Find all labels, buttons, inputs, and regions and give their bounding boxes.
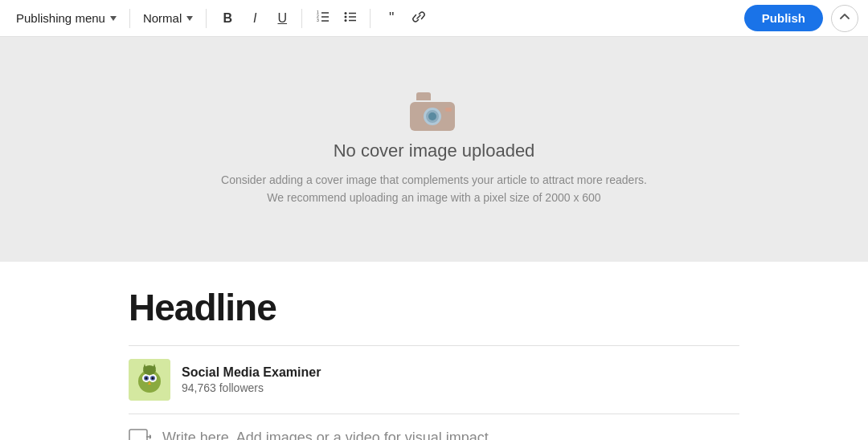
camera-icon [410, 92, 458, 131]
svg-point-8 [345, 19, 347, 22]
ordered-list-button[interactable]: 1 2 3 [310, 6, 336, 31]
cover-area[interactable]: No cover image uploaded Consider adding … [0, 37, 868, 262]
chevron-down-icon-2 [186, 16, 193, 21]
italic-icon: I [253, 11, 256, 26]
cover-description: Consider adding a cover image that compl… [221, 171, 647, 207]
collapse-button[interactable] [831, 5, 858, 32]
toolbar: Publishing menu Normal B I U 1 [0, 0, 868, 37]
svg-point-7 [345, 15, 347, 18]
toolbar-divider-4 [370, 9, 371, 28]
svg-point-6 [345, 12, 347, 14]
author-avatar [129, 359, 170, 401]
unordered-list-button[interactable] [338, 6, 363, 31]
camera-top [416, 92, 431, 100]
svg-point-19 [152, 377, 154, 380]
author-top-divider [129, 345, 739, 346]
toolbar-divider-1 [129, 9, 130, 28]
link-icon [411, 10, 426, 27]
author-info: Social Media Examiner 94,763 followers [182, 365, 321, 394]
article-headline[interactable]: Headline [129, 286, 739, 329]
camera-body [410, 102, 455, 131]
publishing-menu-label: Publishing menu [16, 11, 105, 25]
chevron-down-icon [110, 16, 117, 21]
content-area: Headline Social Media Ex [0, 262, 868, 440]
unordered-list-icon [343, 10, 358, 27]
camera-flash [445, 108, 452, 112]
publish-button[interactable]: Publish [744, 5, 823, 31]
bold-icon: B [223, 11, 232, 26]
cover-desc-line2: We recommend uploading an image with a p… [267, 191, 600, 204]
italic-button[interactable]: I [242, 6, 268, 31]
publish-label: Publish [762, 11, 805, 25]
list-buttons-group: 1 2 3 [310, 6, 363, 31]
write-icon [129, 429, 151, 440]
quote-button[interactable]: " [379, 6, 404, 31]
format-buttons-group: B I U [215, 6, 295, 31]
svg-point-18 [145, 377, 148, 380]
normal-style-dropdown[interactable]: Normal [137, 6, 199, 30]
svg-text:3: 3 [317, 18, 319, 22]
author-bottom-divider [129, 414, 739, 414]
extra-buttons-group: " [379, 6, 432, 31]
quote-icon: " [389, 10, 394, 26]
camera-lens-inner [428, 112, 436, 120]
cover-title: No cover image uploaded [334, 141, 535, 161]
publishing-menu-button[interactable]: Publishing menu [10, 6, 123, 30]
write-placeholder: Write here. Add images or a video for vi… [162, 430, 493, 441]
svg-marker-26 [149, 434, 151, 439]
underline-button[interactable]: U [269, 6, 295, 31]
toolbar-divider-2 [206, 9, 207, 28]
link-button[interactable] [406, 6, 432, 31]
normal-style-label: Normal [143, 11, 182, 25]
author-row: Social Media Examiner 94,763 followers [129, 359, 739, 401]
ordered-list-icon: 1 2 3 [316, 10, 330, 27]
author-name: Social Media Examiner [182, 365, 321, 380]
collapse-icon [839, 11, 850, 26]
cover-desc-line1: Consider adding a cover image that compl… [221, 173, 647, 186]
underline-icon: U [277, 11, 287, 26]
svg-rect-24 [129, 430, 147, 440]
camera-lens [424, 108, 441, 125]
write-row[interactable]: Write here. Add images or a video for vi… [129, 429, 739, 440]
toolbar-divider-3 [301, 9, 302, 28]
bold-button[interactable]: B [215, 6, 240, 31]
author-followers: 94,763 followers [182, 381, 321, 394]
